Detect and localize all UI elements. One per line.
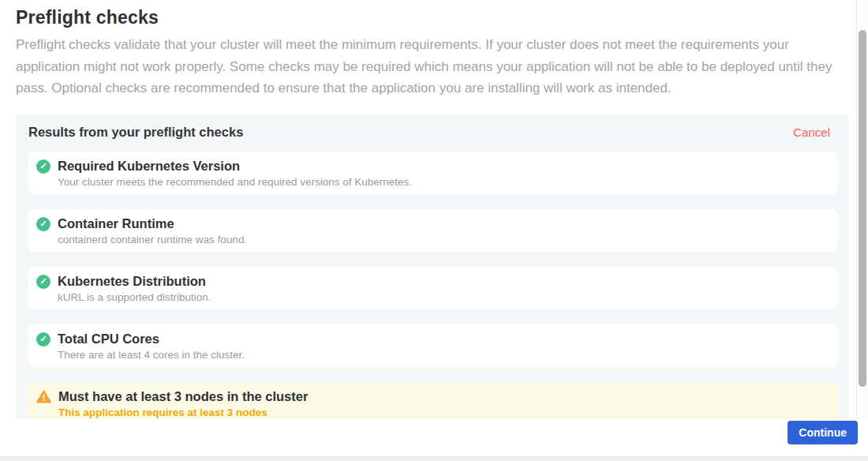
preflight-scroll-area: Preflight checks Preflight checks valida…	[0, 0, 849, 419]
check-circle-icon: ✓	[36, 159, 51, 174]
footer-bar: Continue	[0, 419, 868, 456]
check-message: Your cluster meets the recommended and r…	[58, 177, 412, 188]
check-row-kubernetes-version: ✓ Required Kubernetes Version Your clust…	[28, 152, 838, 194]
check-row-container-runtime: ✓ Container Runtime containerd container…	[28, 209, 838, 252]
results-panel-title: Results from your preflight checks	[28, 125, 243, 140]
check-row-kubernetes-distribution: ✓ Kubernetes Distribution kURL is a supp…	[28, 267, 838, 309]
check-message: kURL is a supported distribution.	[58, 292, 211, 303]
page-title: Preflight checks	[16, 7, 849, 28]
results-panel: Results from your preflight checks Cance…	[16, 114, 849, 419]
check-circle-icon: ✓	[36, 217, 51, 231]
check-title: Total CPU Cores	[58, 332, 245, 346]
check-text: Kubernetes Distribution kURL is a suppor…	[58, 274, 211, 303]
bottom-divider-strip	[0, 456, 868, 461]
check-circle-icon: ✓	[36, 275, 51, 289]
vertical-scrollbar-thumb[interactable]	[859, 30, 866, 387]
check-row-total-cpu-cores: ✓ Total CPU Cores There are at least 4 c…	[28, 324, 838, 367]
check-title: Must have at least 3 nodes in the cluste…	[58, 389, 308, 403]
preflight-content: Preflight checks Preflight checks valida…	[0, 0, 849, 419]
continue-button[interactable]: Continue	[788, 421, 858, 444]
check-text: Total CPU Cores There are at least 4 cor…	[58, 332, 245, 361]
results-panel-header: Results from your preflight checks Cance…	[28, 125, 838, 140]
check-list: ✓ Required Kubernetes Version Your clust…	[28, 152, 838, 419]
check-title: Kubernetes Distribution	[58, 274, 211, 288]
check-message: containerd container runtime was found.	[58, 234, 247, 245]
check-title: Container Runtime	[58, 216, 247, 230]
page-description: Preflight checks validate that your clus…	[16, 34, 846, 99]
check-message: There are at least 4 cores in the cluste…	[58, 350, 245, 361]
check-text: Container Runtime containerd container r…	[58, 216, 247, 245]
cancel-link[interactable]: Cancel	[793, 125, 830, 140]
check-title: Required Kubernetes Version	[58, 159, 412, 173]
warning-triangle-icon	[36, 390, 51, 407]
check-row-node-count-warning: Must have at least 3 nodes in the cluste…	[28, 382, 838, 419]
check-text: Required Kubernetes Version Your cluster…	[58, 159, 412, 188]
check-circle-icon: ✓	[36, 332, 51, 347]
check-text: Must have at least 3 nodes in the cluste…	[58, 389, 308, 418]
vertical-scrollbar-track[interactable]	[856, 0, 868, 419]
check-message: This application requires at least 3 nod…	[58, 407, 308, 418]
